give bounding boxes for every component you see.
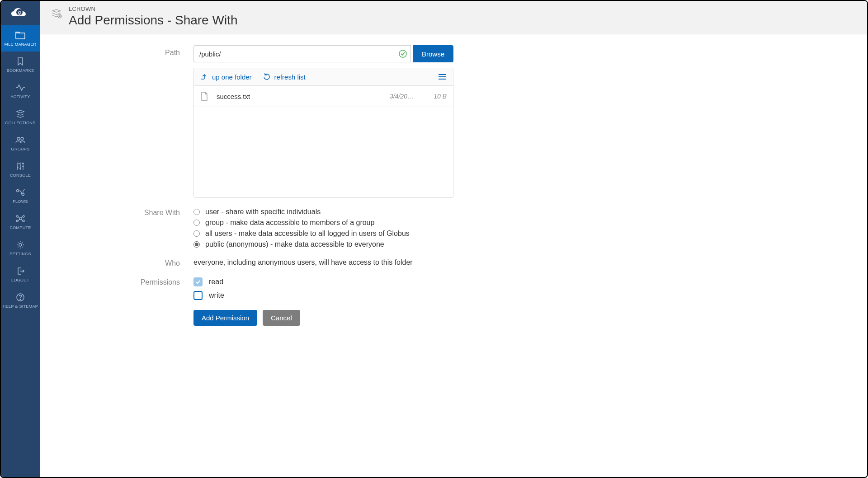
collection-header-icon [51, 8, 62, 21]
sidebar-item-label: COMPUTE [9, 225, 31, 230]
sidebar-item-settings[interactable]: SETTINGS [1, 235, 40, 261]
svg-line-23 [18, 219, 19, 221]
cancel-button[interactable]: Cancel [263, 310, 300, 326]
refresh-icon [263, 73, 271, 81]
page-title: Add Permissions - Share With [69, 13, 237, 28]
svg-point-16 [16, 216, 18, 217]
svg-point-7 [23, 163, 24, 164]
sidebar-item-groups[interactable]: GROUPS [1, 130, 40, 156]
share-option-user[interactable]: user - share with specific individuals [193, 208, 453, 216]
path-label: Path [58, 45, 193, 57]
refresh-list-label: refresh list [274, 73, 306, 81]
page-header: LCROWN Add Permissions - Share With [40, 1, 867, 34]
permission-read-label: read [209, 278, 223, 286]
compute-icon [15, 214, 25, 224]
svg-point-25 [19, 244, 22, 246]
share-with-options: user - share with specific individuals g… [193, 208, 453, 248]
svg-point-3 [17, 137, 20, 140]
radio-icon [193, 220, 200, 226]
sidebar-item-file-manager[interactable]: FILE MANAGER [1, 25, 40, 52]
permission-read-checkbox: read [193, 277, 453, 286]
svg-point-4 [21, 137, 24, 140]
check-circle-icon [398, 49, 407, 58]
bookmark-icon [17, 56, 24, 66]
help-icon [16, 292, 25, 302]
radio-icon [193, 209, 200, 215]
main-content: LCROWN Add Permissions - Share With Path… [40, 1, 867, 477]
activity-icon [15, 83, 25, 93]
svg-line-21 [18, 216, 19, 218]
sidebar-item-label: COLLECTIONS [5, 121, 36, 125]
svg-point-17 [23, 216, 24, 217]
radio-icon [193, 241, 200, 248]
share-with-label: Share With [58, 208, 193, 217]
sidebar-item-label: FLOWS [13, 199, 28, 204]
share-option-group[interactable]: group - make data accessible to members … [193, 219, 453, 227]
console-icon [15, 161, 25, 171]
sidebar-item-activity[interactable]: ACTIVITY [1, 78, 40, 104]
svg-rect-2 [16, 33, 25, 39]
add-permission-button[interactable]: Add Permission [193, 310, 257, 326]
share-option-all-users[interactable]: all users - make data accessible to all … [193, 230, 453, 238]
sidebar-item-label: BOOKMARKS [7, 68, 34, 73]
svg-point-30 [399, 50, 406, 57]
who-description: everyone, including anonymous users, wil… [193, 258, 453, 267]
svg-point-18 [16, 220, 18, 222]
sidebar: g FILE MANAGER BOOKMARKS ACTIVITY [1, 1, 40, 477]
gear-icon [16, 240, 25, 250]
hamburger-icon [438, 73, 447, 80]
svg-line-22 [21, 216, 23, 218]
sidebar-item-bookmarks[interactable]: BOOKMARKS [1, 52, 40, 78]
file-row[interactable]: success.txt 3/4/20… 10 B [194, 86, 453, 107]
svg-point-6 [20, 163, 21, 164]
app-logo[interactable]: g [1, 1, 40, 25]
sidebar-item-label: FILE MANAGER [5, 42, 37, 47]
sidebar-item-label: CONSOLE [10, 173, 31, 178]
permission-write-label: write [209, 291, 224, 300]
svg-rect-20 [19, 218, 21, 220]
sidebar-item-flows[interactable]: FLOWS [1, 183, 40, 209]
sidebar-item-logout[interactable]: LOGOUT [1, 261, 40, 287]
form: Path Browse up one [40, 34, 867, 347]
groups-icon [15, 135, 26, 145]
sidebar-item-collections[interactable]: COLLECTIONS [1, 104, 40, 130]
svg-point-5 [17, 163, 19, 164]
sidebar-item-compute[interactable]: COMPUTE [1, 209, 40, 235]
permissions-label: Permissions [58, 277, 193, 286]
check-icon [195, 279, 201, 285]
sidebar-item-console[interactable]: CONSOLE [1, 156, 40, 183]
svg-text:g: g [18, 10, 21, 15]
file-browser-menu-button[interactable] [438, 73, 447, 80]
up-one-folder-button[interactable]: up one folder [200, 73, 252, 81]
checkbox-icon [193, 291, 203, 300]
share-option-label: public (anonymous) - make data accessibl… [205, 240, 384, 248]
share-option-label: group - make data accessible to members … [205, 219, 374, 227]
file-browser-empty-space [194, 107, 453, 197]
sidebar-item-label: GROUPS [11, 147, 30, 151]
folder-icon [15, 30, 26, 40]
globus-logo-icon: g [10, 6, 30, 20]
path-input[interactable] [193, 45, 396, 62]
refresh-list-button[interactable]: refresh list [263, 73, 306, 81]
file-size: 10 B [429, 93, 447, 100]
sidebar-item-label: LOGOUT [11, 278, 29, 282]
radio-icon [193, 230, 200, 237]
svg-point-15 [22, 193, 24, 196]
browse-button[interactable]: Browse [413, 45, 453, 62]
file-name: success.txt [217, 93, 382, 100]
file-browser: up one folder refresh list [193, 68, 453, 198]
sidebar-item-label: ACTIVITY [11, 94, 30, 99]
sidebar-item-help[interactable]: HELP & SITEMAP [1, 287, 40, 314]
breadcrumb[interactable]: LCROWN [69, 5, 237, 12]
flows-icon [15, 187, 25, 197]
share-option-label: all users - make data accessible to all … [205, 230, 410, 238]
stack-icon [16, 109, 25, 119]
file-icon [200, 91, 209, 101]
who-label: Who [58, 258, 193, 267]
file-date: 3/4/20… [390, 93, 421, 100]
permission-write-checkbox[interactable]: write [193, 291, 453, 300]
sidebar-item-label: SETTINGS [9, 252, 31, 256]
sidebar-item-label: HELP & SITEMAP [3, 304, 38, 309]
svg-point-27 [20, 299, 20, 300]
share-option-public[interactable]: public (anonymous) - make data accessibl… [193, 240, 453, 248]
